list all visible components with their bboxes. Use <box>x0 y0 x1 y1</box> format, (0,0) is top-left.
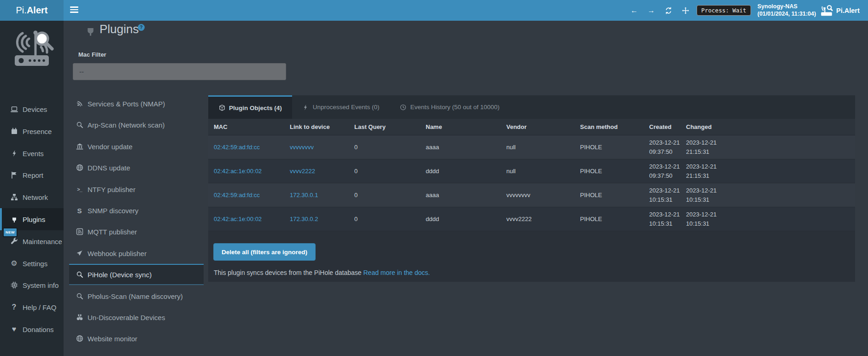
sidebar-item-presence[interactable]: Presence <box>0 120 64 142</box>
page-title: Plugins <box>100 22 139 36</box>
dish-icon <box>76 100 83 108</box>
table-row: 02:42:ac:1e:00:02vvvv22220ddddnullPIHOLE… <box>208 159 855 183</box>
brand-logo[interactable]: Pi.Alert <box>0 0 64 21</box>
wrench-icon <box>10 238 18 245</box>
cell-last-query: 0 <box>349 159 420 183</box>
move-icon[interactable] <box>677 0 694 21</box>
router-icon <box>820 4 833 17</box>
sidebar-item-system-info[interactable]: System info <box>0 274 64 296</box>
mac-filter-input[interactable]: -- <box>73 63 286 80</box>
cell-last-query: 0 <box>349 207 420 231</box>
cell-changed: 2023-12-21 10:15:31 <box>684 207 724 231</box>
column-header-scan-method[interactable]: Scan method <box>575 119 647 135</box>
search-icon <box>76 271 83 279</box>
column-header-last-query[interactable]: Last Query <box>349 119 420 135</box>
plugin-nav-item-services-ports-nmap[interactable]: Services & Ports (NMAP) <box>69 93 204 114</box>
cell-link-mac[interactable]: 02:42:ac:1e:00:02 <box>214 168 262 175</box>
cell-last-query: 0 <box>349 183 420 207</box>
clock-icon <box>400 104 407 111</box>
column-header-vendor[interactable]: Vendor <box>501 119 575 135</box>
cell-link-link-to-device[interactable]: 172.30.0.1 <box>290 192 318 198</box>
sidebar-item-plugins[interactable]: Plugins <box>0 208 64 230</box>
tab-unprocessed-events-0[interactable]: Unprocessed Events (0) <box>292 95 390 119</box>
plugin-nav-label: DDNS update <box>88 164 130 172</box>
hamburger-menu-icon[interactable] <box>70 6 79 14</box>
plugin-nav-item-ddns-update[interactable]: DDNS update <box>69 157 204 178</box>
sidebar-item-help-faq[interactable]: ?Help / FAQ <box>0 296 64 318</box>
tab-plugin-objects-4[interactable]: Plugin Objects (4) <box>208 95 292 119</box>
process-status-badge: Process: Wait <box>697 5 751 16</box>
cell-link-link-to-device[interactable]: vvvvvvvv <box>290 144 314 151</box>
plugin-nav-item-pholus-scan-name-discovery[interactable]: Pholus-Scan (Name discovery) <box>69 286 204 307</box>
tab-label: Events History (50 out of 10000) <box>411 104 500 111</box>
help-question-badge[interactable]: ? <box>138 24 145 31</box>
cell-changed: 2023-12-21 21:15:31 <box>684 159 724 183</box>
globe-icon <box>76 164 83 172</box>
plugin-nav-label: Website monitor <box>88 335 137 343</box>
plugin-nav-label: Pholus-Scan (Name discovery) <box>88 292 183 300</box>
plugin-objects-table: MACLink to deviceLast QueryNameVendorSca… <box>208 119 855 231</box>
sidebar-item-events[interactable]: Events <box>0 142 64 164</box>
s-icon: S <box>76 207 83 215</box>
plugin-nav-item-webhook-publisher[interactable]: Webhook publisher <box>69 243 204 264</box>
plugin-nav-label: Vendor update <box>88 143 133 151</box>
sidebar: DevicesPresenceEventsReportNetworkPlugin… <box>0 21 64 356</box>
refresh-icon[interactable] <box>660 0 677 21</box>
column-header-changed[interactable]: Changed <box>684 119 724 135</box>
plugin-nav-item-pihole-device-sync[interactable]: PiHole (Device sync) <box>69 264 204 285</box>
plugin-nav-item-vendor-update[interactable]: Vendor update <box>69 136 204 157</box>
tab-events-history-50-out-of-10000[interactable]: Events History (50 out of 10000) <box>390 95 510 119</box>
plugin-nav-label: SNMP discovery <box>88 207 139 215</box>
sidebar-item-label: Devices <box>23 105 47 113</box>
column-header-filler <box>724 119 855 135</box>
cell-link-mac[interactable]: 02:42:59:ad:fd:cc <box>214 192 260 198</box>
plugin-nav-label: Services & Ports (NMAP) <box>88 100 165 108</box>
plugin-nav-item-ntfy-publisher[interactable]: >_NTFY publisher <box>69 179 204 200</box>
sidebar-item-report[interactable]: Report <box>0 164 64 186</box>
column-header-created[interactable]: Created <box>647 119 684 135</box>
sidebar-item-label: Report <box>23 171 43 179</box>
tab-bar: Plugin Objects (4)Unprocessed Events (0)… <box>208 95 855 119</box>
sidebar-item-label: System info <box>23 281 59 289</box>
globe-icon <box>76 335 83 343</box>
sidebar-item-network[interactable]: Network <box>0 186 64 208</box>
plug-icon <box>10 216 18 223</box>
sidebar-item-donations[interactable]: ♥Donations <box>0 318 64 340</box>
column-header-name[interactable]: Name <box>420 119 501 135</box>
plugin-nav-item-mqtt-publisher[interactable]: MQTT publisher <box>69 221 204 242</box>
cell-last-query: 0 <box>349 135 420 159</box>
cell-created: 2023-12-21 10:15:31 <box>647 183 684 207</box>
plugin-nav-item-website-monitor[interactable]: Website monitor <box>69 328 204 349</box>
read-docs-link[interactable]: Read more in the docs. <box>364 269 430 276</box>
column-header-mac[interactable]: MAC <box>208 119 284 135</box>
cube-icon <box>218 105 225 111</box>
cell-mac: 02:42:59:ad:fd:cc <box>208 183 284 207</box>
cell-link-link-to-device[interactable]: 172.30.0.2 <box>290 216 318 222</box>
plug-icon <box>85 25 97 37</box>
terminal-icon: >_ <box>76 186 83 193</box>
cell-created: 2023-12-21 09:37:50 <box>647 135 684 159</box>
cell-link-link-to-device[interactable]: vvvv2222 <box>290 168 315 175</box>
plugin-description: This plugin syncs devices from the PiHol… <box>214 269 430 276</box>
sidebar-item-settings[interactable]: ⚙Settings <box>0 252 64 274</box>
cell-mac: 02:42:ac:1e:00:02 <box>208 207 284 231</box>
cell-link-mac[interactable]: 02:42:ac:1e:00:02 <box>214 216 262 222</box>
cell-vendor: null <box>501 135 575 159</box>
plugin-nav-item-un-discoverable-devices[interactable]: Un-Discoverable Devices <box>69 307 204 328</box>
chip-icon <box>10 281 18 289</box>
tab-label: Plugin Objects (4) <box>229 105 282 111</box>
sidebar-item-devices[interactable]: Devices <box>0 98 64 120</box>
delete-all-button[interactable]: Delete all (filters are ignored) <box>213 243 316 261</box>
plugin-nav: Services & Ports (NMAP)Arp-Scan (Network… <box>69 93 204 351</box>
calendar-icon <box>10 128 18 135</box>
column-header-link-to-device[interactable]: Link to device <box>284 119 349 135</box>
cell-link-mac[interactable]: 02:42:59:ad:fd:cc <box>214 144 260 151</box>
plugin-nav-item-snmp-discovery[interactable]: SSNMP discovery <box>69 200 204 221</box>
table-header-row: MACLink to deviceLast QueryNameVendorSca… <box>208 119 855 135</box>
arrow-right-icon[interactable]: → <box>643 0 660 21</box>
plugin-nav-label: MQTT publisher <box>88 228 137 236</box>
arrow-left-icon[interactable]: ← <box>626 0 643 21</box>
plugin-nav-item-arp-scan-network-scan[interactable]: Arp-Scan (Network scan) <box>69 114 204 135</box>
cell-scan-method: PIHOLE <box>575 159 647 183</box>
new-feature-badge: NEW <box>3 228 18 237</box>
